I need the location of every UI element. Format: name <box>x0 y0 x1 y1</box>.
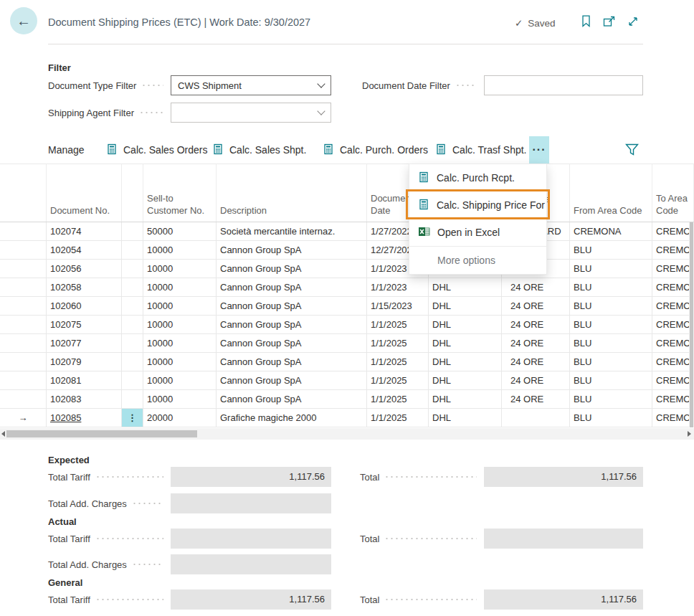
cell-to[interactable]: CREMONA <box>652 278 694 296</box>
funnel-icon[interactable] <box>625 143 639 156</box>
table-row[interactable]: →102085⋮20000Grafiche magiche 20001/1/20… <box>0 409 694 427</box>
horizontal-scrollbar[interactable] <box>0 428 694 440</box>
manage-menu-button[interactable]: Manage <box>48 136 85 164</box>
cell-desc[interactable]: Società mercantile internaz. <box>217 222 367 240</box>
cell-desc[interactable]: Grafiche magiche 2000 <box>217 409 367 427</box>
cell-from[interactable]: BLU <box>570 241 652 259</box>
vertical-scrollbar[interactable] <box>689 222 694 427</box>
table-row[interactable]: 10205410000Cannon Group SpA12/27/2022BLU… <box>0 241 694 260</box>
table-row[interactable]: 10208110000Cannon Group SpA1/1/2025DHL24… <box>0 371 694 390</box>
column-header-description[interactable]: Description <box>217 164 367 222</box>
document-type-filter-select[interactable]: CWS Shipment <box>171 75 331 95</box>
cell-agent[interactable]: DHL <box>429 371 502 389</box>
cell-sellto[interactable]: 10000 <box>143 297 217 315</box>
row-selector-cell[interactable] <box>0 390 47 408</box>
row-selector-cell[interactable] <box>0 371 47 389</box>
cell-to[interactable]: CREMONA <box>652 241 694 259</box>
cell-date[interactable]: 1/1/2025 <box>367 316 429 333</box>
cell-desc[interactable]: Cannon Group SpA <box>217 297 367 315</box>
cell-sellto[interactable]: 10000 <box>143 241 217 259</box>
cell-date[interactable]: 1/15/2023 <box>367 297 429 315</box>
cell-date[interactable]: 1/1/2023 <box>367 278 429 296</box>
cell-service[interactable]: 24 ORE <box>502 334 570 352</box>
cell-sellto[interactable]: 10000 <box>143 260 217 278</box>
table-row[interactable]: 10207450000Società mercantile internaz.1… <box>0 222 694 241</box>
row-selector-cell[interactable] <box>0 297 47 315</box>
cell-agent[interactable]: DHL <box>429 409 502 427</box>
cell-desc[interactable]: Cannon Group SpA <box>217 353 367 371</box>
cell-to[interactable]: CREMONA <box>652 297 694 315</box>
expand-icon[interactable] <box>627 16 639 27</box>
cell-desc[interactable]: Cannon Group SpA <box>217 241 367 259</box>
shipping-agent-filter-select[interactable] <box>171 103 331 123</box>
cell-document-no[interactable]: 102075 <box>47 316 122 333</box>
cell-to[interactable]: CREMONA <box>652 222 694 240</box>
cell-document-no[interactable]: 102083 <box>47 390 122 408</box>
cell-document-no[interactable]: 102085 <box>47 409 122 427</box>
scroll-left-arrow[interactable] <box>1 431 5 437</box>
cell-date[interactable]: 1/1/2025 <box>367 390 429 408</box>
cell-from[interactable]: BLU <box>570 371 652 389</box>
cell-sellto[interactable]: 10000 <box>143 371 217 389</box>
column-header-from-area-code[interactable]: From Area Code <box>570 164 652 222</box>
table-row[interactable]: 10205610000Cannon Group SpA1/1/2023BLUCR… <box>0 260 694 278</box>
cell-sellto[interactable]: 10000 <box>143 278 217 296</box>
cell-document-no[interactable]: 102079 <box>47 353 122 371</box>
cell-date[interactable]: 1/1/2025 <box>367 334 429 352</box>
cell-desc[interactable]: Cannon Group SpA <box>217 334 367 352</box>
cell-to[interactable]: CREMONA <box>652 371 694 389</box>
cell-to[interactable]: CREMONA <box>652 353 694 371</box>
cell-service[interactable]: 24 ORE <box>502 390 570 408</box>
cell-sellto[interactable]: 10000 <box>143 353 217 371</box>
cell-to[interactable]: CREMONA <box>652 409 694 427</box>
column-header-sell-to-customer-no-[interactable]: Sell-to Customer No. <box>143 164 217 222</box>
cell-sellto[interactable]: 10000 <box>143 334 217 352</box>
menu-item-open-in-excel[interactable]: Open in Excel <box>409 219 546 246</box>
bookmark-icon[interactable] <box>581 15 591 27</box>
row-selector-cell[interactable] <box>0 222 47 240</box>
column-header-document-no-[interactable]: Document No. <box>47 164 122 222</box>
cell-agent[interactable]: DHL <box>429 278 502 296</box>
vertical-scrollbar-thumb[interactable] <box>690 222 693 427</box>
row-selector-cell[interactable] <box>0 316 47 333</box>
cell-from[interactable]: CREMONA <box>570 222 652 240</box>
table-row[interactable]: 10206010000Cannon Group SpA1/15/2023DHL2… <box>0 297 694 316</box>
cell-service[interactable]: 24 ORE <box>502 353 570 371</box>
row-options-button[interactable]: ⋮ <box>122 409 143 427</box>
row-selector-cell[interactable] <box>0 260 47 278</box>
horizontal-scrollbar-thumb[interactable] <box>6 430 197 437</box>
cell-sellto[interactable]: 20000 <box>143 409 217 427</box>
document-date-filter-input[interactable] <box>484 75 643 95</box>
cell-date[interactable]: 1/1/2025 <box>367 409 429 427</box>
more-actions-button[interactable]: ··· <box>529 136 549 164</box>
cell-desc[interactable]: Cannon Group SpA <box>217 278 367 296</box>
scroll-right-arrow[interactable] <box>688 431 691 437</box>
cell-from[interactable]: BLU <box>570 278 652 296</box>
cell-service[interactable]: 24 ORE <box>502 371 570 389</box>
cell-agent[interactable]: DHL <box>429 297 502 315</box>
selected-row-indicator[interactable]: → <box>0 409 47 427</box>
row-selector-cell[interactable] <box>0 353 47 371</box>
toolbar-action-calc-purch-orders[interactable]: Calc. Purch. Orders <box>323 136 428 164</box>
toolbar-action-calc-sales-shpt-[interactable]: Calc. Sales Shpt. <box>212 136 306 164</box>
cell-from[interactable]: BLU <box>570 409 652 427</box>
toolbar-action-calc-trasf-shpt-[interactable]: Calc. Trasf Shpt. <box>435 136 526 164</box>
cell-from[interactable]: BLU <box>570 353 652 371</box>
column-header-to-area-code[interactable]: To Area Code <box>652 164 694 222</box>
cell-date[interactable]: 1/1/2025 <box>367 353 429 371</box>
cell-document-no[interactable]: 102058 <box>47 278 122 296</box>
cell-sellto[interactable]: 10000 <box>143 316 217 333</box>
cell-service[interactable]: 24 ORE <box>502 278 570 296</box>
cell-from[interactable]: BLU <box>570 390 652 408</box>
cell-from[interactable]: BLU <box>570 260 652 278</box>
cell-from[interactable]: BLU <box>570 334 652 352</box>
table-row[interactable]: 10205810000Cannon Group SpA1/1/2023DHL24… <box>0 278 694 297</box>
cell-desc[interactable]: Cannon Group SpA <box>217 390 367 408</box>
cell-document-no[interactable]: 102056 <box>47 260 122 278</box>
cell-desc[interactable]: Cannon Group SpA <box>217 371 367 389</box>
cell-date[interactable]: 1/1/2025 <box>367 371 429 389</box>
cell-to[interactable]: CREMONA <box>652 260 694 278</box>
cell-agent[interactable]: DHL <box>429 353 502 371</box>
cell-document-no[interactable]: 102060 <box>47 297 122 315</box>
cell-to[interactable]: CREMONA <box>652 390 694 408</box>
